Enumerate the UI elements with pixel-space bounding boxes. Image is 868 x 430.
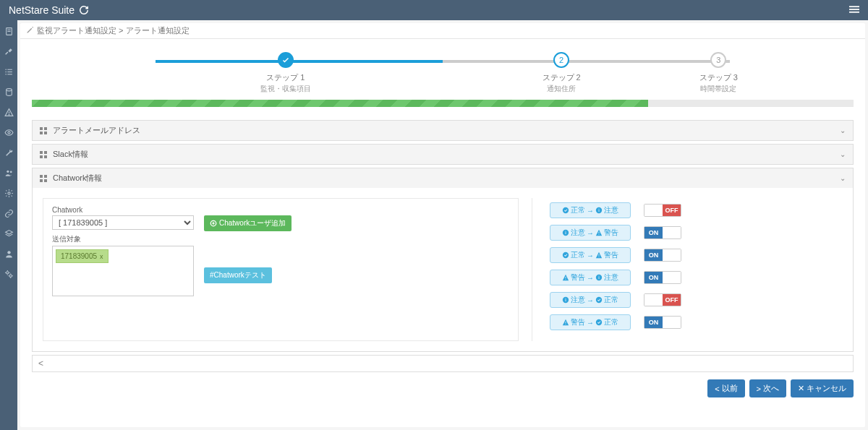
- arrow-icon: →: [587, 296, 594, 304]
- close-icon: ✕: [798, 384, 804, 393]
- state-row: 注意→警告ON: [550, 225, 835, 241]
- panel-chatwork-title: Chatwork情報: [53, 173, 102, 184]
- state-toggle[interactable]: ON: [644, 271, 681, 284]
- svg-point-20: [6, 271, 8, 273]
- from-label: 注意: [571, 228, 585, 238]
- panel-chatwork: Chatwork情報 ⌄ Chatwork [ 171839005 ] 送信対象: [32, 168, 854, 352]
- svg-rect-26: [40, 151, 43, 154]
- wrench-icon[interactable]: [4, 147, 14, 158]
- svg-rect-27: [44, 151, 47, 154]
- refresh-icon[interactable]: [79, 5, 89, 15]
- from-label: 注意: [571, 295, 585, 305]
- svg-point-50: [566, 279, 566, 280]
- step-1-title: ステップ 1: [260, 72, 311, 83]
- toggle-off-label: [663, 272, 681, 283]
- svg-rect-39: [599, 210, 600, 212]
- svg-rect-2: [849, 11, 859, 12]
- svg-point-60: [596, 319, 602, 325]
- prev-button[interactable]: < 以前: [707, 379, 744, 397]
- state-toggle[interactable]: OFF: [644, 293, 681, 306]
- state-row: 注意→正常OFF: [550, 292, 835, 308]
- svg-rect-1: [849, 9, 859, 10]
- alert-icon[interactable]: [4, 107, 14, 117]
- user-icon[interactable]: [4, 249, 14, 259]
- step-3[interactable]: 3 ステップ 3 時間帯設定: [699, 52, 738, 94]
- content-area: 監視アラート通知設定 > アラート通知設定 ステップ 1 監視・収集項目 2: [20, 23, 865, 427]
- panel-slack: Slack情報 ⌄: [32, 144, 854, 165]
- state-transition-pill: 注意→正常: [550, 292, 631, 308]
- database-icon[interactable]: [4, 87, 14, 97]
- breadcrumb-text: 監視アラート通知設定 > アラート通知設定: [37, 25, 190, 36]
- toggle-on-label: ON: [644, 227, 663, 238]
- send-target-label: 送信対象: [52, 234, 194, 244]
- arrow-icon: →: [587, 274, 594, 282]
- chatwork-select[interactable]: [ 171839005 ]: [52, 215, 194, 230]
- svg-rect-9: [7, 71, 12, 72]
- step-3-title: ステップ 3: [699, 72, 738, 83]
- breadcrumb: 監視アラート通知設定 > アラート通知設定: [20, 23, 865, 39]
- inner-content: ステップ 1 監視・収集項目 2 ステップ 2 通知住所 3 ステップ 3 時間: [20, 39, 865, 406]
- cogs-icon[interactable]: [4, 269, 14, 279]
- step-2[interactable]: 2 ステップ 2 通知住所: [423, 52, 699, 94]
- svg-rect-24: [40, 132, 43, 134]
- state-toggle[interactable]: ON: [644, 249, 681, 262]
- users-icon[interactable]: [4, 168, 14, 178]
- svg-point-46: [563, 252, 569, 258]
- state-toggle[interactable]: OFF: [644, 204, 681, 217]
- gear-icon[interactable]: [4, 188, 14, 198]
- svg-rect-0: [849, 6, 859, 7]
- svg-point-15: [7, 131, 9, 133]
- step-1[interactable]: ステップ 1 監視・収集項目: [148, 52, 423, 94]
- state-transition-pill: 警告→正常: [550, 314, 631, 330]
- tag-remove-icon[interactable]: x: [100, 253, 103, 260]
- svg-point-14: [9, 114, 9, 115]
- next-button[interactable]: > 次へ: [749, 379, 786, 397]
- to-label: 正常: [604, 295, 618, 305]
- toggle-off-label: OFF: [663, 205, 681, 216]
- arrow-icon: →: [587, 229, 594, 237]
- state-transition-pill: 正常→注意: [550, 202, 631, 218]
- to-label: 注意: [604, 272, 618, 283]
- toggle-on-label: ON: [644, 272, 663, 283]
- send-target-box[interactable]: 171839005 x: [52, 246, 194, 296]
- step-3-sub: 時間帯設定: [699, 84, 738, 94]
- cancel-button[interactable]: ✕ キャンセル: [791, 379, 854, 397]
- chevron-left-icon: <: [715, 384, 719, 393]
- svg-rect-28: [40, 155, 43, 158]
- toggle-off-label: [663, 249, 681, 261]
- panel-mail-header[interactable]: アラートメールアドレス ⌄: [33, 121, 853, 140]
- grid-icon: [40, 151, 47, 158]
- svg-rect-42: [566, 232, 566, 234]
- link-icon[interactable]: [4, 208, 14, 218]
- stack-icon[interactable]: [4, 228, 14, 238]
- progress-bar: [32, 100, 854, 107]
- list-icon[interactable]: [4, 66, 14, 77]
- state-toggle[interactable]: ON: [644, 316, 681, 329]
- add-chatwork-user-button[interactable]: Chatworkユーザ追加: [204, 215, 292, 231]
- panel-slack-header[interactable]: Slack情報 ⌄: [33, 145, 853, 164]
- from-label: 警告: [571, 272, 585, 283]
- panel-chatwork-header[interactable]: Chatwork情報 ⌄: [33, 168, 853, 188]
- chatwork-test-button[interactable]: #Chatworkテスト: [204, 267, 272, 283]
- chevron-right-icon: >: [757, 384, 761, 393]
- step-line-1: [156, 60, 445, 63]
- collapse-button[interactable]: <: [32, 355, 854, 372]
- svg-point-17: [9, 171, 12, 173]
- svg-rect-49: [566, 277, 566, 279]
- menu-icon[interactable]: [849, 4, 859, 17]
- eye-icon[interactable]: [4, 127, 14, 137]
- toggle-on-label: [644, 205, 663, 216]
- info-icon: [562, 229, 569, 236]
- progress-fill: [32, 100, 648, 107]
- wrench2-icon[interactable]: [4, 46, 14, 56]
- svg-rect-52: [599, 277, 600, 279]
- state-transition-pill: 警告→注意: [550, 270, 631, 285]
- document-icon[interactable]: [4, 26, 14, 36]
- to-label: 正常: [604, 317, 618, 327]
- state-row: 警告→正常ON: [550, 314, 835, 330]
- toggle-off-label: OFF: [663, 294, 681, 306]
- toggle-on-label: [644, 294, 663, 306]
- send-target-tag: 171839005 x: [56, 249, 109, 263]
- state-toggle[interactable]: ON: [644, 226, 681, 239]
- main-layout: 監視アラート通知設定 > アラート通知設定 ステップ 1 監視・収集項目 2: [0, 20, 868, 430]
